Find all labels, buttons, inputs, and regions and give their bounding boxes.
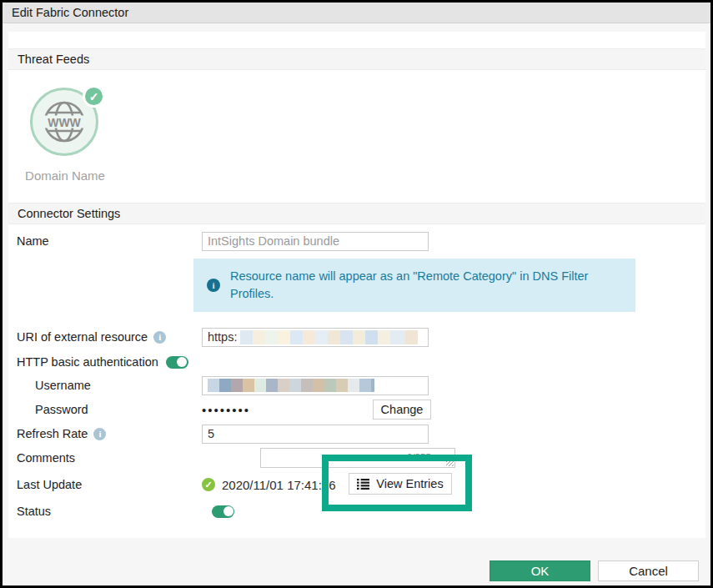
last-update-timestamp: 2020/11/01 17:41:16 (222, 478, 336, 492)
toggle-knob (177, 357, 187, 367)
uri-redacted-pixels (240, 330, 418, 344)
status-toggle[interactable] (212, 505, 234, 518)
password-row: Password •••••••• Change (17, 400, 705, 420)
section-connector-settings-title: Connector Settings (18, 207, 120, 220)
refresh-rate-label: Refresh Rate (17, 427, 88, 440)
name-row: Name (17, 231, 705, 251)
last-update-label: Last Update (17, 478, 82, 491)
username-redacted-pixels (208, 379, 374, 392)
feed-card-domain-name[interactable]: WWW ✓ Domain Name (18, 83, 112, 183)
highlight-annotation-box (322, 455, 472, 511)
edit-fabric-connector-dialog: Edit Fabric Connector Threat Feeds WWW (0, 0, 713, 588)
dialog-title: Edit Fabric Connector (12, 6, 128, 19)
status-label: Status (17, 505, 51, 518)
section-connector-settings: Connector Settings (8, 203, 705, 224)
http-auth-label: HTTP basic authentication (17, 355, 158, 369)
http-auth-toggle[interactable] (166, 356, 188, 369)
http-auth-row: HTTP basic authentication (17, 352, 705, 372)
ok-button[interactable]: OK (490, 560, 590, 581)
uri-label: URI of external resource (17, 330, 148, 344)
uri-row: URI of external resource i https: (17, 327, 705, 347)
password-masked-value: •••••••• (202, 403, 250, 417)
refresh-rate-info-icon: i (93, 428, 106, 440)
globe-svg: WWW (39, 97, 89, 147)
name-input[interactable] (202, 232, 429, 251)
uri-value-prefix: https: (208, 330, 237, 344)
name-info-note-text: Resource name will appear as an "Remote … (230, 268, 622, 303)
uri-input[interactable]: https: (202, 328, 429, 347)
cancel-button[interactable]: Cancel (598, 560, 699, 581)
success-check-icon: ✓ (202, 478, 215, 491)
refresh-rate-row: Refresh Rate i (17, 424, 705, 444)
username-label: Username (35, 379, 91, 392)
username-input[interactable] (202, 376, 429, 395)
name-info-note: i Resource name will appear as an "Remot… (193, 259, 635, 312)
selected-check-icon: ✓ (83, 85, 105, 108)
dialog-titlebar: Edit Fabric Connector (3, 3, 710, 23)
name-label: Name (17, 234, 49, 248)
toggle-knob (223, 506, 233, 516)
info-icon: i (207, 279, 220, 292)
feed-type-label: Domain Name (18, 168, 112, 183)
feed-icon-wrap: WWW ✓ (30, 88, 100, 158)
last-update-value-wrap: ✓ 2020/11/01 17:41:16 (202, 478, 336, 492)
section-threat-feeds-title: Threat Feeds (18, 53, 89, 66)
refresh-rate-input[interactable] (202, 425, 429, 444)
username-row: Username (17, 375, 705, 395)
section-threat-feeds: Threat Feeds (8, 48, 705, 70)
password-label: Password (35, 403, 88, 416)
change-password-button[interactable]: Change (373, 400, 431, 420)
uri-info-icon: i (153, 331, 166, 344)
globe-www-text: WWW (48, 116, 81, 129)
comments-label: Comments (17, 451, 75, 465)
